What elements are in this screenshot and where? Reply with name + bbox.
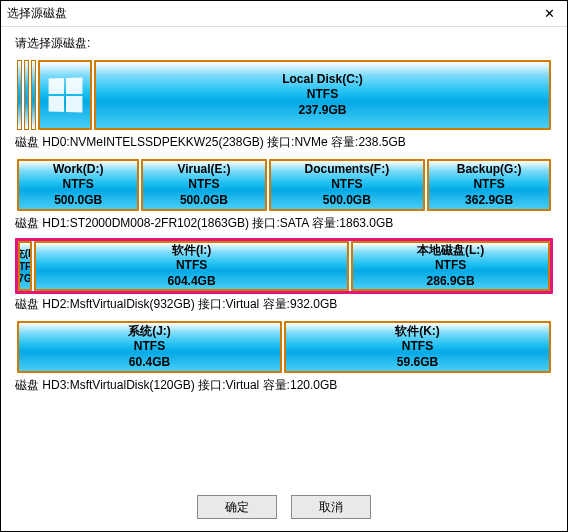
partition-size: 604.4GB bbox=[168, 274, 216, 290]
partition-fs: NTFS bbox=[402, 339, 433, 355]
disk-block[interactable]: 系统(J:)NTFS60.4GB软件(K:)NTFS59.6GB磁盘 HD3:M… bbox=[15, 319, 553, 394]
partition[interactable]: 软件(I:)NTFS604.4GB bbox=[34, 241, 349, 291]
partition-fs: NTFS bbox=[63, 177, 94, 193]
cancel-button[interactable]: 取消 bbox=[291, 495, 371, 519]
partition-name: Documents(F:) bbox=[304, 162, 389, 178]
partition-row: Work(D:)NTFS500.0GBVirual(E:)NTFS500.0GB… bbox=[15, 157, 553, 213]
partition-fs: NTFS bbox=[307, 87, 338, 103]
disk-info: 磁盘 HD1:ST2000DM008-2FR102(1863GB) 接口:SAT… bbox=[15, 215, 553, 232]
partition-name: Virual(E:) bbox=[177, 162, 230, 178]
partition[interactable]: 充(HTF7G bbox=[18, 241, 32, 291]
partition-size: 237.9GB bbox=[298, 103, 346, 119]
partition-name: 本地磁盘(L:) bbox=[417, 243, 484, 259]
window-title: 选择源磁盘 bbox=[7, 5, 537, 22]
partition-name: 软件(K:) bbox=[395, 324, 440, 340]
close-icon[interactable]: ✕ bbox=[537, 4, 561, 24]
partition-fs: NTFS bbox=[188, 177, 219, 193]
partition-fs: NTFS bbox=[435, 258, 466, 274]
partition-size: 500.0GB bbox=[54, 193, 102, 209]
partition-size: 7G bbox=[18, 272, 31, 285]
partition-size: 500.0GB bbox=[180, 193, 228, 209]
titlebar: 选择源磁盘 ✕ bbox=[1, 1, 567, 27]
partition-name: Work(D:) bbox=[53, 162, 103, 178]
partition-name: 系统(J:) bbox=[128, 324, 171, 340]
partition-fs: NTFS bbox=[176, 258, 207, 274]
leading-reserved bbox=[17, 60, 36, 130]
partition[interactable]: 本地磁盘(L:)NTFS286.9GB bbox=[351, 241, 550, 291]
partition[interactable]: 软件(K:)NTFS59.6GB bbox=[284, 321, 551, 373]
disk-block[interactable]: Work(D:)NTFS500.0GBVirual(E:)NTFS500.0GB… bbox=[15, 157, 553, 232]
partition[interactable]: Local Disk(C:)NTFS237.9GB bbox=[94, 60, 551, 130]
partition-name: 软件(I:) bbox=[172, 243, 211, 259]
partition-size: 362.9GB bbox=[465, 193, 513, 209]
disk-info: 磁盘 HD2:MsftVirtualDisk(932GB) 接口:Virtual… bbox=[15, 296, 553, 313]
disk-list: Local Disk(C:)NTFS237.9GB磁盘 HD0:NVMeINTE… bbox=[15, 58, 553, 394]
os-partition[interactable] bbox=[38, 60, 92, 130]
ok-button[interactable]: 确定 bbox=[197, 495, 277, 519]
partition[interactable]: Virual(E:)NTFS500.0GB bbox=[141, 159, 266, 211]
partition-row: 系统(J:)NTFS60.4GB软件(K:)NTFS59.6GB bbox=[15, 319, 553, 375]
partition-size: 59.6GB bbox=[397, 355, 438, 371]
partition[interactable]: Work(D:)NTFS500.0GB bbox=[17, 159, 139, 211]
partition-fs: NTFS bbox=[331, 177, 362, 193]
disk-block[interactable]: 充(HTF7G软件(I:)NTFS604.4GB本地磁盘(L:)NTFS286.… bbox=[15, 238, 553, 313]
partition-fs: TF bbox=[19, 260, 31, 273]
partition-name: Backup(G:) bbox=[457, 162, 522, 178]
partition-name: Local Disk(C:) bbox=[282, 72, 363, 88]
partition[interactable]: Backup(G:)NTFS362.9GB bbox=[427, 159, 551, 211]
partition-row: 充(HTF7G软件(I:)NTFS604.4GB本地磁盘(L:)NTFS286.… bbox=[15, 238, 553, 294]
partition[interactable]: Documents(F:)NTFS500.0GB bbox=[269, 159, 426, 211]
content-area: 请选择源磁盘: Local Disk(C:)NTFS237.9GB磁盘 HD0:… bbox=[1, 27, 567, 485]
partition-name: 充(H bbox=[18, 247, 32, 260]
partition[interactable]: 系统(J:)NTFS60.4GB bbox=[17, 321, 282, 373]
partition-size: 286.9GB bbox=[427, 274, 475, 290]
disk-info: 磁盘 HD0:NVMeINTELSSDPEKKW25(238GB) 接口:NVM… bbox=[15, 134, 553, 151]
disk-info: 磁盘 HD3:MsftVirtualDisk(120GB) 接口:Virtual… bbox=[15, 377, 553, 394]
windows-logo-icon bbox=[49, 77, 83, 112]
prompt-label: 请选择源磁盘: bbox=[15, 35, 553, 52]
dialog-buttons: 确定 取消 bbox=[1, 485, 567, 531]
partition-row: Local Disk(C:)NTFS237.9GB bbox=[15, 58, 553, 132]
partition-size: 60.4GB bbox=[129, 355, 170, 371]
disk-block[interactable]: Local Disk(C:)NTFS237.9GB磁盘 HD0:NVMeINTE… bbox=[15, 58, 553, 151]
partition-size: 500.0GB bbox=[323, 193, 371, 209]
partition-fs: NTFS bbox=[134, 339, 165, 355]
partition-fs: NTFS bbox=[473, 177, 504, 193]
